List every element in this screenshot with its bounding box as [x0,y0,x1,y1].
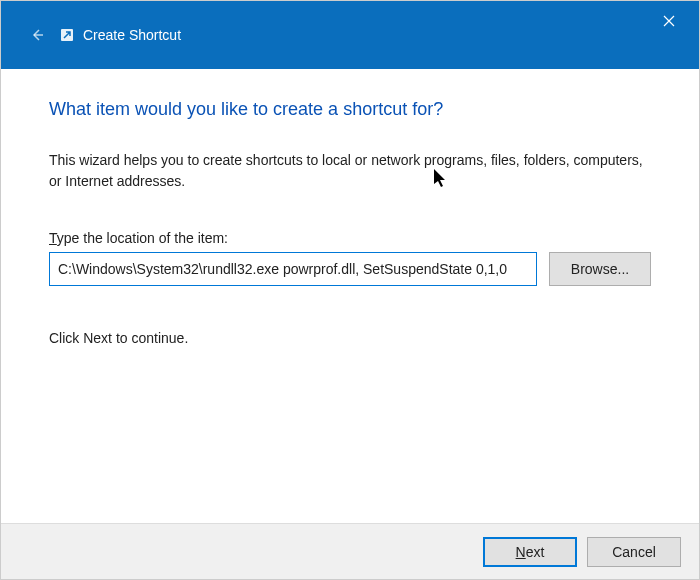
window-title: Create Shortcut [83,27,181,43]
page-heading: What item would you like to create a sho… [49,99,651,120]
wizard-description: This wizard helps you to create shortcut… [49,150,651,192]
titlebar: Create Shortcut [1,1,699,69]
footer: Next Cancel [1,523,699,579]
input-row: Browse... [49,252,651,286]
shortcut-icon [59,27,75,43]
location-input[interactable] [49,252,537,286]
next-button[interactable]: Next [483,537,577,567]
back-icon [25,23,49,47]
location-label: Type the location of the item: [49,230,651,246]
content-area: What item would you like to create a sho… [1,69,699,366]
browse-button[interactable]: Browse... [549,252,651,286]
close-button[interactable] [649,7,689,35]
continue-text: Click Next to continue. [49,330,651,346]
cancel-button[interactable]: Cancel [587,537,681,567]
